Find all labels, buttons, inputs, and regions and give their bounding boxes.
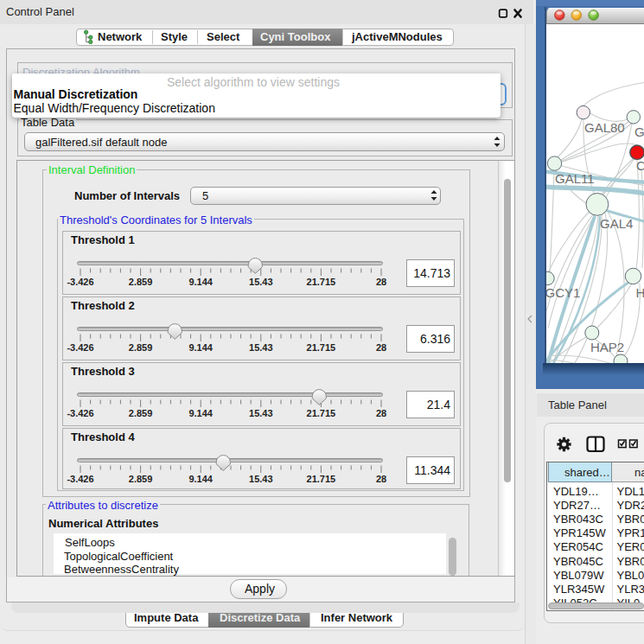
svg-text:GAL80: GAL80 <box>584 120 625 135</box>
svg-text:GAL4: GAL4 <box>600 216 633 231</box>
svg-text:H: H <box>636 285 644 300</box>
svg-text:GA: GA <box>634 124 644 139</box>
svg-text:CY: CY <box>636 158 644 173</box>
svg-text:HAP2: HAP2 <box>590 340 624 354</box>
svg-text:GAL11: GAL11 <box>555 171 595 186</box>
svg-text:GCY1: GCY1 <box>546 285 580 300</box>
